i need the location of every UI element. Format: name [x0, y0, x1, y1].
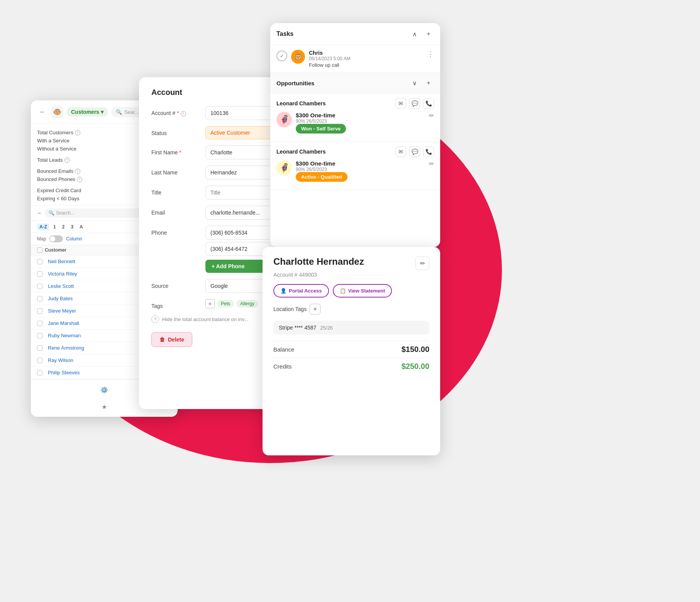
row-checkbox[interactable] — [37, 284, 42, 289]
opp2-phone-icon[interactable]: 📞 — [423, 146, 434, 157]
row-checkbox[interactable] — [37, 358, 42, 363]
task-more-button[interactable]: ⋮ — [427, 50, 434, 58]
toggle-knob — [50, 236, 55, 242]
tasks-panel: Tasks ∧ + ✓ 🐵 Chris 06/14/2023 5:00 AM F… — [270, 23, 440, 247]
task-info: Chris 06/14/2023 5:00 AM Follow up call — [309, 50, 423, 68]
opp2-chat-icon[interactable]: 💬 — [409, 146, 420, 157]
bounced-emails-info-icon: ? — [75, 169, 80, 174]
status-label: Status — [151, 126, 205, 136]
star-icon[interactable]: ★ — [99, 401, 110, 412]
customer-name[interactable]: Victoria Riley — [48, 271, 77, 277]
opportunities-collapse-button[interactable]: ∨ — [409, 78, 420, 88]
opp2-status-badge: Active - Qualified — [296, 172, 347, 182]
opportunities-add-button[interactable]: + — [423, 78, 434, 88]
opp1-meta: 90% 26/5/2023 — [296, 118, 425, 124]
title-label: Title — [151, 186, 205, 196]
customer-name[interactable]: Neil Bennett — [48, 259, 75, 264]
opp1-amount: $300 One-time — [296, 112, 425, 118]
expiring-label: Expiring < 60 Days — [37, 196, 79, 201]
tag-allergy[interactable]: Allergy — [236, 300, 258, 308]
row-checkbox[interactable] — [37, 321, 42, 326]
portal-access-button[interactable]: 👤 Portal Access — [273, 284, 329, 298]
opportunity-1-section: Leonard Chambers ✉ 💬 📞 🦸 $300 One-time 9… — [270, 93, 440, 142]
opp1-card: 🦸 $300 One-time 90% 26/5/2023 Won - Self… — [276, 112, 434, 134]
opp2-email-icon[interactable]: ✉ — [395, 146, 406, 157]
settings-icon[interactable]: ⚙️ — [99, 384, 110, 395]
row-checkbox[interactable] — [37, 333, 42, 338]
row-checkbox[interactable] — [37, 259, 42, 264]
opp2-edit-button[interactable]: ✏ — [429, 160, 434, 167]
task-name: Chris — [309, 50, 423, 56]
credits-label: Credits — [273, 363, 292, 370]
bounced-phones-label: Bounced Phones — [37, 176, 75, 182]
opp1-phone-icon[interactable]: 📞 — [423, 98, 434, 109]
opportunities-title: Opportunities — [276, 80, 314, 86]
alpha-2-btn[interactable]: 2 — [60, 223, 67, 230]
opp1-chat-icon[interactable]: 💬 — [409, 98, 420, 109]
back-button[interactable]: ← — [37, 107, 48, 117]
delete-button[interactable]: 🗑 Delete — [151, 332, 192, 347]
opp1-edit-button[interactable]: ✏ — [429, 112, 434, 119]
add-tag-button[interactable]: + — [205, 299, 215, 308]
hide-balance-text: Hide the total account balance on inv... — [162, 316, 248, 322]
total-customers-label: Total Customers — [37, 130, 73, 135]
opp2-actions: ✉ 💬 📞 — [395, 146, 434, 157]
list-back-button[interactable]: ← — [37, 210, 42, 216]
without-service-label: Without a Service — [37, 146, 76, 152]
search-icon: 🔍 — [116, 109, 122, 115]
opp2-avatar: 🦸 — [276, 160, 292, 176]
location-add-button[interactable]: + — [310, 304, 320, 315]
list-search-placeholder: Search... — [56, 210, 75, 216]
customer-name[interactable]: Philip Steeves — [48, 370, 80, 375]
map-toggle-switch[interactable] — [49, 235, 63, 242]
expired-cc-label: Expired Credit Card — [37, 188, 81, 193]
alpha-a-btn[interactable]: A — [77, 223, 85, 230]
balance-row: Balance $150.00 — [273, 341, 429, 358]
customers-label-button[interactable]: Customers ▾ — [66, 107, 108, 117]
opp1-details: $300 One-time 90% 26/5/2023 Won - Self S… — [296, 112, 425, 134]
tasks-header-icons: ∧ + — [409, 29, 434, 39]
stripe-label: Stripe **** 4587 — [279, 325, 316, 331]
portal-access-icon: 👤 — [280, 288, 286, 294]
customer-name[interactable]: Steve Meyer — [48, 308, 76, 314]
task-date: 06/14/2023 5:00 AM — [309, 56, 423, 61]
tasks-collapse-button[interactable]: ∧ — [409, 29, 420, 39]
alpha-az-btn[interactable]: A-Z — [37, 223, 49, 230]
view-statement-icon: 📋 — [340, 288, 346, 294]
balance-amount: $150.00 — [402, 345, 429, 354]
opp1-avatar: 🦸 — [276, 112, 292, 127]
first-name-label: First Name * — [151, 145, 205, 156]
opportunities-header: Opportunities ∨ + — [270, 73, 440, 93]
row-checkbox[interactable] — [37, 345, 42, 351]
opp2-contact-name: Leonard Chambers — [276, 149, 326, 155]
task-checkbox[interactable]: ✓ — [276, 51, 287, 61]
customer-name[interactable]: Rene Armstrong — [48, 345, 84, 351]
detail-edit-button[interactable]: ✏ — [415, 256, 429, 270]
view-statement-button[interactable]: 📋 View Statement — [333, 284, 392, 298]
customers-label: Customers — [71, 109, 99, 115]
row-checkbox[interactable] — [37, 271, 42, 277]
tag-pets[interactable]: Pets — [217, 300, 234, 308]
customer-detail-panel: Charlotte Hernandez ✏ Account # 449003 👤… — [263, 247, 440, 455]
customer-name[interactable]: Ruby Newman — [48, 333, 81, 338]
alpha-3-btn[interactable]: 3 — [68, 223, 76, 230]
customer-name[interactable]: Ray Wilson — [48, 357, 73, 363]
opp1-email-icon[interactable]: ✉ — [395, 98, 406, 109]
customer-name[interactable]: Jane Marshall — [48, 320, 79, 326]
customer-name[interactable]: Leslie Scott — [48, 283, 74, 289]
column-button[interactable]: Column — [66, 236, 82, 242]
bounced-phones-info-icon: ? — [77, 177, 82, 182]
header-checkbox[interactable] — [37, 247, 42, 253]
tags-label: Tags — [151, 299, 205, 309]
row-checkbox[interactable] — [37, 308, 42, 314]
opp2-amount: $300 One-time — [296, 160, 425, 167]
task-description: Follow up call — [309, 62, 423, 68]
row-checkbox[interactable] — [37, 296, 42, 301]
customer-name[interactable]: Judy Bates — [48, 296, 73, 301]
with-service-label: With a Service — [37, 138, 69, 144]
detail-account-num: Account # 449003 — [273, 272, 429, 278]
tasks-add-button[interactable]: + — [423, 29, 434, 39]
location-tags-label: Location Tags — [273, 306, 307, 312]
row-checkbox[interactable] — [37, 370, 42, 375]
alpha-1-btn[interactable]: 1 — [51, 223, 58, 230]
